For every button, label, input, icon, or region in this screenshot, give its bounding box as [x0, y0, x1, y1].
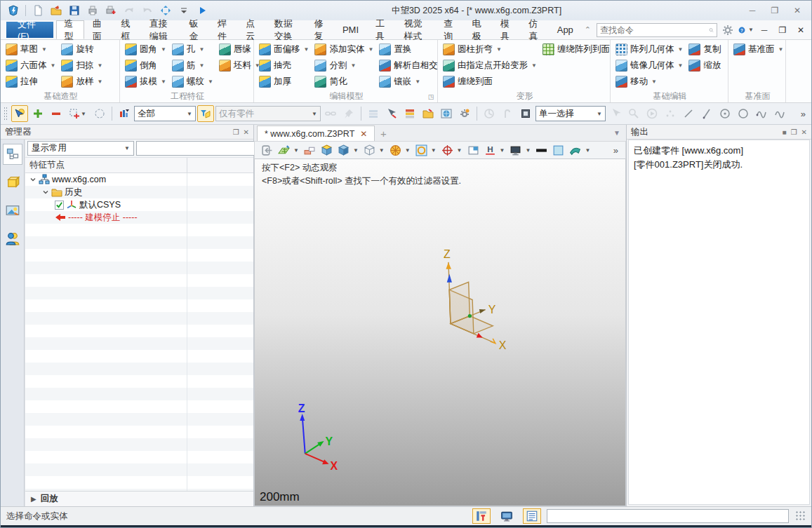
ribbon-button-由指定点开始变形[interactable]: 由指定点开始变形▼	[441, 57, 540, 74]
filter-colors-button[interactable]	[116, 105, 133, 122]
manager-restore-icon[interactable]: ❐	[233, 128, 239, 136]
visual-manager-tab[interactable]	[3, 200, 22, 221]
undo-button[interactable]	[121, 3, 138, 18]
ribbon-button-面偏移[interactable]: 面偏移▼	[257, 41, 312, 57]
pickbox-button[interactable]: ▼	[66, 105, 83, 122]
save-button[interactable]	[66, 3, 83, 18]
tab-查询[interactable]: 查询	[435, 20, 463, 39]
filter-part-button[interactable]	[197, 105, 214, 122]
wire-box-button[interactable]: ▼	[361, 142, 387, 158]
remove-red-button[interactable]	[48, 105, 65, 122]
tab-数据交换[interactable]: 数据交换	[266, 20, 306, 39]
ribbon-button-圆柱折弯[interactable]: 圆柱折弯▼	[441, 41, 540, 57]
filter-scope-select[interactable]: 全部▼	[134, 106, 196, 121]
ribbon-button-移动[interactable]: 移动▼	[613, 74, 686, 90]
ribbon-button-拔模[interactable]: 拔模▼	[123, 74, 170, 90]
tree-row--[interactable]: ----- 建模停止 -----	[25, 211, 253, 224]
cursor-gray-button[interactable]	[607, 105, 624, 122]
ribbon-button-分割[interactable]: 分割▼	[312, 57, 377, 74]
hook-button[interactable]	[499, 105, 516, 122]
ribbon-button-拉伸[interactable]: 拉伸	[4, 74, 59, 90]
print-add-button[interactable]	[102, 3, 119, 18]
add-green-button[interactable]	[29, 105, 46, 122]
ribbon-button-孔[interactable]: 孔▼	[170, 41, 217, 57]
ribbon-button-添加实体[interactable]: 添加实体▼	[312, 41, 377, 57]
tab-工具[interactable]: 工具	[367, 20, 395, 39]
play-circle-button[interactable]	[644, 105, 660, 122]
line2-button[interactable]	[698, 105, 715, 122]
manager-close-icon[interactable]: ✕	[244, 128, 249, 136]
window-blue-button[interactable]	[465, 142, 481, 158]
bar-black-button[interactable]	[533, 142, 550, 158]
help-icon[interactable]: ?▼	[738, 23, 754, 37]
tree-search-input[interactable]	[136, 141, 267, 156]
expander-icon[interactable]	[29, 176, 36, 183]
tree-row--[interactable]: 历史	[25, 186, 253, 198]
output-close-icon[interactable]: ✕	[801, 128, 807, 136]
ribbon-button-六面体[interactable]: 六面体▼	[4, 57, 59, 74]
monitor-dark-button[interactable]: ▼	[507, 142, 533, 158]
collapse-ribbon-icon[interactable]: ⌃	[582, 25, 594, 34]
dots-button[interactable]	[662, 105, 679, 122]
circle-arrow-button[interactable]	[481, 105, 498, 122]
tab-电极[interactable]: 电极	[464, 20, 492, 39]
ribbon-button-缠绕到面[interactable]: 缠绕到面	[441, 74, 540, 90]
globe-image-button[interactable]	[438, 105, 455, 122]
dialog-launcher-icon[interactable]: ◳	[427, 93, 435, 101]
part-filter-select[interactable]: 仅有零件▼	[215, 106, 321, 121]
open-folder-button[interactable]	[48, 3, 65, 18]
cursor-red-button[interactable]	[383, 105, 400, 122]
ribbon-button-扫掠[interactable]: 扫掠▼	[59, 57, 106, 74]
compass-red-button[interactable]: ▼	[439, 142, 465, 158]
tab-修复[interactable]: 修复	[305, 20, 333, 39]
lasso-button[interactable]	[91, 105, 108, 122]
new-doc-button[interactable]	[29, 3, 46, 18]
ribbon-button-阵列几何体[interactable]: 阵列几何体▼	[613, 41, 686, 57]
ribbon-button-螺纹[interactable]: 螺纹▼	[170, 74, 217, 90]
toolbar-drag-handle[interactable]	[4, 107, 8, 121]
redo-button[interactable]	[139, 3, 156, 18]
pick-bulb-button[interactable]	[11, 105, 28, 122]
caret-down-button[interactable]	[175, 3, 192, 18]
pie-wheel-button[interactable]: ▼	[387, 142, 413, 158]
notes-button[interactable]	[523, 508, 541, 524]
history-manager-tab[interactable]	[3, 144, 22, 165]
pick-mode-select[interactable]: 单一选择▼	[535, 106, 606, 121]
shaded-box-button[interactable]: ▼	[335, 142, 361, 158]
ribbon-button-缠绕阵列到面[interactable]: 缠绕阵列到面	[540, 41, 613, 57]
mdi-minimize-button[interactable]: ─	[757, 23, 772, 37]
ribbon-button-复制[interactable]: 复制	[686, 41, 724, 57]
settings-gear-icon[interactable]	[720, 23, 736, 37]
output-restore-icon[interactable]: ❐	[791, 128, 797, 136]
tree-row--CSYS[interactable]: 默认CSYS	[25, 198, 253, 211]
exit-vp-button[interactable]	[259, 142, 275, 158]
output-dock-icon[interactable]: ■	[783, 128, 787, 136]
app-logo-button[interactable]	[5, 3, 22, 18]
visibility-checkbox[interactable]	[55, 201, 64, 210]
solid-manager-tab[interactable]	[3, 172, 22, 193]
tree-row-www-x6g-com[interactable]: www.x6g.com	[25, 173, 253, 186]
tab-线框[interactable]: 线框	[112, 20, 140, 39]
ribbon-button-镜像几何体[interactable]: 镜像几何体▼	[613, 57, 686, 74]
ribbon-button-置换[interactable]: 置换	[377, 41, 441, 57]
layers-red-button[interactable]	[401, 105, 418, 122]
replay-section[interactable]: ▶ 回放	[25, 491, 253, 506]
tab-仿真[interactable]: 仿真	[520, 20, 548, 39]
resize-grip[interactable]	[796, 511, 806, 521]
iso-box-button[interactable]	[319, 142, 335, 158]
new-tab-button[interactable]: +	[375, 126, 392, 141]
wave-button[interactable]	[771, 105, 788, 122]
wave-dot-button[interactable]	[753, 105, 770, 122]
tab-close-icon[interactable]: ✕	[360, 129, 367, 139]
ribbon-button-抽壳[interactable]: 抽壳	[257, 57, 312, 74]
close-button[interactable]: ✕	[787, 4, 807, 18]
status-input[interactable]	[547, 509, 789, 523]
circle-dot-button[interactable]	[717, 105, 733, 122]
print-button[interactable]	[84, 3, 101, 18]
line1-button[interactable]	[680, 105, 697, 122]
gear-orange-button[interactable]	[456, 105, 473, 122]
pin-button[interactable]	[340, 105, 357, 122]
ribbon-button-旋转[interactable]: 旋转	[59, 41, 106, 57]
tab-点云[interactable]: 点云	[237, 20, 265, 39]
ribbon-button-圆角[interactable]: 圆角▼	[123, 41, 170, 57]
